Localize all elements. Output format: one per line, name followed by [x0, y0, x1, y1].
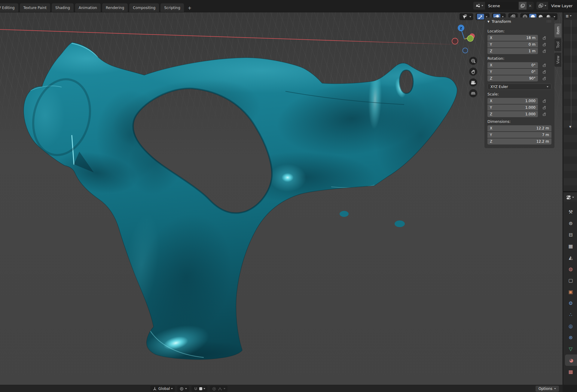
view-layer-browse-button[interactable]: [536, 2, 548, 10]
properties-tab-physics[interactable]: ◎: [564, 320, 577, 332]
toggle-perspective-button[interactable]: [469, 89, 477, 97]
tab-view[interactable]: View: [554, 53, 561, 67]
visibility-toggles-button[interactable]: [461, 14, 468, 20]
lock-scale-y-button[interactable]: [542, 105, 548, 111]
rotation-x-field[interactable]: X 0°: [487, 62, 538, 68]
location-x-field[interactable]: X 18 m: [487, 35, 538, 41]
chevron-down-icon[interactable]: [572, 197, 574, 198]
transform-panel-header[interactable]: ▼ Transform ∷∷: [484, 17, 554, 26]
chevron-down-icon[interactable]: [502, 16, 504, 17]
gizmo-axis-x-negative[interactable]: [452, 38, 458, 44]
pan-button[interactable]: [469, 68, 477, 76]
scene-name[interactable]: Scene: [485, 2, 519, 10]
falloff-curve-icon[interactable]: [218, 387, 222, 391]
rotation-mode-dropdown[interactable]: XYZ Euler: [487, 84, 551, 90]
editor-separator[interactable]: [563, 191, 577, 192]
lock-scale-x-button[interactable]: [542, 98, 548, 104]
transform-orientation-dropdown[interactable]: Global: [150, 386, 175, 392]
right-editors-strip: ≣ ▼ ⚒ ⊚ ⊟ ▦ ◭: [563, 12, 577, 392]
lock-location-y-button[interactable]: [542, 41, 548, 47]
add-workspace-button[interactable]: +: [185, 5, 194, 12]
options-dropdown[interactable]: Options: [536, 386, 559, 392]
dimensions-fields: X 12.2 m Y 7 m: [487, 125, 551, 144]
properties-tab-output[interactable]: ⊟: [564, 229, 577, 240]
properties-tab-view-layer[interactable]: ▦: [564, 240, 577, 252]
lock-rotation-x-button[interactable]: [542, 62, 548, 68]
chevron-down-icon[interactable]: [224, 388, 225, 389]
new-scene-button[interactable]: [519, 2, 527, 10]
properties-tab-tool[interactable]: ⚒: [564, 206, 577, 217]
workspace-tab-animation[interactable]: Animation: [75, 3, 101, 12]
workspace-tab-compositing[interactable]: Compositing: [129, 3, 159, 12]
dimensions-y-field[interactable]: Y 7 m: [487, 132, 551, 138]
unlock-icon: [542, 105, 547, 110]
chevron-down-icon[interactable]: [486, 16, 487, 17]
chevron-down-icon[interactable]: [469, 16, 471, 17]
properties-tab-texture[interactable]: ▩: [564, 366, 577, 377]
scale-x-field[interactable]: X 1.000: [487, 98, 538, 104]
outliner-rows[interactable]: ▼: [564, 20, 577, 191]
lock-rotation-z-button[interactable]: [542, 75, 548, 81]
chevron-down-icon: [171, 388, 173, 389]
outliner-editor-icon[interactable]: ≣: [566, 14, 569, 18]
workspace-tab-texture-paint[interactable]: Texture Paint: [20, 3, 50, 12]
properties-tab-world[interactable]: ◍: [564, 263, 577, 275]
camera-view-button[interactable]: [469, 78, 477, 87]
navigation-gizmo[interactable]: Z: [450, 23, 477, 56]
properties-tab-particles[interactable]: ∴: [564, 309, 577, 320]
chevron-down-icon[interactable]: [570, 15, 572, 17]
workspace-tab-rendering[interactable]: Rendering: [102, 3, 128, 12]
location-y-field[interactable]: Y 0 m: [487, 41, 538, 47]
tab-tool[interactable]: Tool: [554, 38, 561, 51]
lock-scale-z-button[interactable]: [542, 111, 548, 117]
unlock-icon: [542, 76, 547, 81]
sidebar-n-panel: ▼ Transform ∷∷ Location: X 18 m: [484, 17, 562, 148]
unlock-icon: [542, 70, 547, 74]
properties-tab-object-data[interactable]: ▽: [564, 343, 577, 354]
gizmo-axis-z-negative[interactable]: [463, 48, 468, 53]
location-label: Location:: [487, 29, 551, 33]
properties-tab-collection[interactable]: ▢: [564, 275, 577, 286]
dimensions-x-field[interactable]: X 12.2 m: [487, 125, 551, 131]
properties-editor-icon[interactable]: [566, 195, 571, 200]
panel-grip-icon[interactable]: ∷∷: [547, 20, 551, 23]
rotation-z-field[interactable]: Z 90°: [487, 75, 538, 81]
scale-y-field[interactable]: Y 1.000: [487, 105, 538, 111]
proportional-dot-icon[interactable]: [212, 387, 216, 391]
view-layer-icon: [538, 3, 544, 8]
properties-tab-modifiers[interactable]: ⚙: [564, 297, 577, 309]
workspace-tab-scripting[interactable]: Scripting: [160, 3, 184, 12]
workspace-tab-shading[interactable]: Shading: [52, 3, 74, 12]
lock-location-x-button[interactable]: [542, 35, 548, 41]
properties-tab-object[interactable]: ▣: [564, 286, 577, 297]
properties-tab-material[interactable]: ◕: [565, 354, 577, 366]
outliner-collapse-icon[interactable]: ▼: [569, 125, 571, 128]
lock-rotation-y-button[interactable]: [542, 69, 548, 75]
location-z-field[interactable]: Z 1 m: [487, 48, 538, 54]
gizmo-axis-z-positive[interactable]: Z: [458, 25, 464, 31]
scale-z-field[interactable]: Z 1.000: [487, 111, 538, 117]
viewport-footer: Global: [0, 385, 563, 392]
snap-increment-icon[interactable]: [199, 387, 202, 390]
collapse-triangle-icon[interactable]: ▼: [487, 20, 490, 23]
properties-tab-scene[interactable]: ◭: [564, 252, 577, 263]
3d-viewport[interactable]: Z: [0, 12, 563, 392]
chevron-down-icon[interactable]: [203, 388, 205, 389]
gizmo-axis-y-positive[interactable]: [467, 35, 473, 41]
workspace-tab-uv-editing[interactable]: UV Editing: [0, 3, 18, 12]
chevron-down-icon[interactable]: [554, 16, 555, 17]
model-3d-object[interactable]: [0, 12, 563, 385]
unlink-scene-button[interactable]: ×: [527, 2, 534, 10]
lock-location-z-button[interactable]: [542, 48, 548, 54]
properties-tab-constraints[interactable]: ⊛: [564, 332, 577, 343]
view-layer-name[interactable]: View Layer: [548, 2, 577, 10]
tab-item[interactable]: Item: [554, 23, 561, 37]
zoom-button[interactable]: [469, 57, 477, 65]
show-gizmo-button[interactable]: [477, 14, 484, 20]
magnet-icon[interactable]: [194, 387, 198, 391]
dimensions-z-field[interactable]: Z 12.2 m: [487, 138, 551, 144]
properties-tab-render[interactable]: ⊚: [564, 217, 577, 229]
pivot-point-dropdown[interactable]: [177, 386, 189, 392]
rotation-y-field[interactable]: Y 0°: [487, 69, 538, 75]
scene-browse-button[interactable]: [473, 2, 485, 10]
